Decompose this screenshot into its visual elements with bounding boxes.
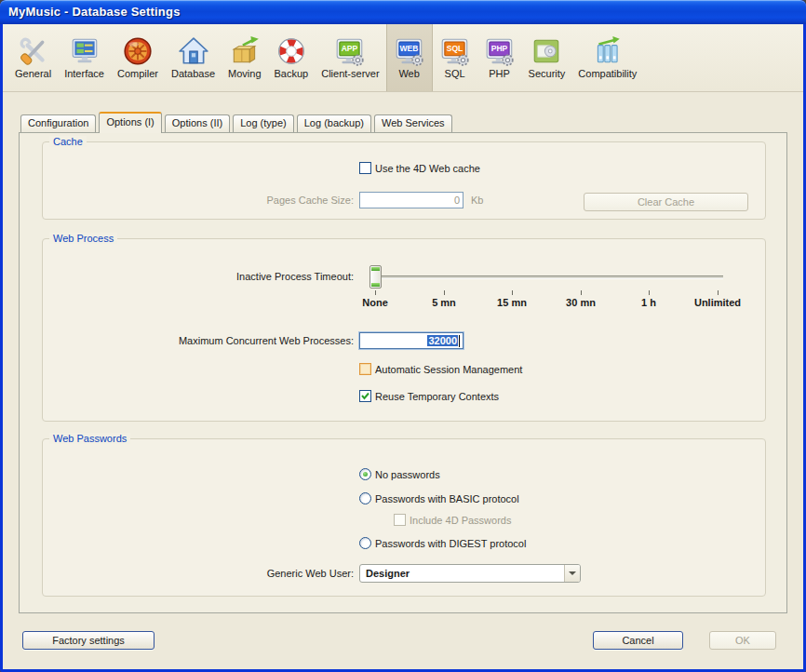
toolbar-item-label: Web xyxy=(398,68,419,79)
icon-screen-text: APP xyxy=(342,44,358,53)
toolbar-item-database[interactable]: Database xyxy=(165,24,222,91)
titlebar[interactable]: MyMusic - Database Settings xyxy=(0,0,806,24)
toolbar-item-label: Security xyxy=(529,68,566,79)
text-caret xyxy=(459,335,460,347)
use-web-cache-label: Use the 4D Web cache xyxy=(375,163,480,174)
include-4d-passwords-checkbox xyxy=(394,514,406,526)
toolbar-item-interface[interactable]: Interface xyxy=(58,24,111,91)
max-processes-value: 32000 xyxy=(427,335,458,346)
pages-cache-size-label: Pages Cache Size: xyxy=(169,195,354,206)
slider-label-5mn: 5 mn xyxy=(407,297,481,308)
cache-group: Cache Use the 4D Web cache Pages Cache S… xyxy=(42,141,766,220)
slider-tick xyxy=(718,290,719,295)
slider-label-unlimited: Unlimited xyxy=(680,297,755,308)
toolbar: General Interface xyxy=(3,24,803,92)
generic-web-user-dropdown[interactable]: Designer xyxy=(359,564,581,583)
timeout-slider-track[interactable] xyxy=(371,276,723,279)
slider-label-none: None xyxy=(338,297,412,308)
toolbar-item-label: PHP xyxy=(489,68,510,79)
dropdown-arrow-button[interactable] xyxy=(564,565,580,582)
tab-bar: Configuration Options (I) Options (II) L… xyxy=(20,112,455,132)
timeout-slider-thumb[interactable] xyxy=(369,265,382,289)
max-processes-label: Maximum Concurrent Web Processes: xyxy=(132,335,354,346)
tab-log-backup[interactable]: Log (backup) xyxy=(297,114,371,132)
toolbar-item-label: Backup xyxy=(275,68,309,79)
checkmark-icon xyxy=(360,391,370,401)
ok-button: OK xyxy=(709,631,776,650)
slider-tick xyxy=(375,290,376,295)
no-passwords-label: No passwords xyxy=(375,469,440,480)
max-processes-input[interactable]: 32000 xyxy=(359,332,463,349)
include-4d-passwords-label: Include 4D Passwords xyxy=(410,515,511,526)
interface-icon xyxy=(69,35,101,67)
basic-protocol-label: Passwords with BASIC protocol xyxy=(375,493,519,504)
web-passwords-group: Web Passwords No passwords Passwords wit… xyxy=(42,438,766,597)
toolbar-item-compatibility[interactable]: Compatibility xyxy=(571,24,643,91)
tab-log-type[interactable]: Log (type) xyxy=(233,114,294,132)
tools-icon xyxy=(18,35,49,67)
factory-settings-button[interactable]: Factory settings xyxy=(22,631,154,650)
pages-cache-size-unit: Kb xyxy=(471,195,483,206)
pages-cache-size-input: 0 xyxy=(359,192,463,208)
sql-icon: SQL xyxy=(439,35,471,67)
toolbar-item-general[interactable]: General xyxy=(8,24,58,91)
settings-panel: Cache Use the 4D Web cache Pages Cache S… xyxy=(19,132,787,613)
icon-screen-text: WEB xyxy=(399,44,418,53)
moving-box-icon xyxy=(229,35,261,67)
toolbar-item-php[interactable]: PHP PHP xyxy=(477,24,522,91)
toolbar-item-compiler[interactable]: Compiler xyxy=(111,24,165,91)
toolbar-item-label: Compatibility xyxy=(578,68,637,79)
slider-label-1h: 1 h xyxy=(611,297,686,308)
icon-screen-text: PHP xyxy=(490,44,507,53)
backup-lifebuoy-icon xyxy=(275,35,307,67)
cache-group-legend: Cache xyxy=(49,136,87,147)
toolbar-item-label: Compiler xyxy=(117,68,158,79)
toolbar-item-web[interactable]: WEB Web xyxy=(386,24,433,91)
toolbar-item-moving[interactable]: Moving xyxy=(222,24,267,91)
window-title: MyMusic - Database Settings xyxy=(0,0,806,19)
cancel-button[interactable]: Cancel xyxy=(593,631,683,650)
client-server-icon: APP xyxy=(334,35,366,67)
auto-session-checkbox[interactable] xyxy=(359,363,371,375)
digest-protocol-label: Passwords with DIGEST protocol xyxy=(375,538,526,549)
toolbar-item-label: Client-server xyxy=(321,68,379,79)
database-settings-window: MyMusic - Database Settings General Inte… xyxy=(0,0,806,672)
slider-label-30mn: 30 mn xyxy=(544,297,618,308)
generic-web-user-label: Generic Web User: xyxy=(225,568,354,579)
slider-tick xyxy=(581,290,582,295)
tab-options-2[interactable]: Options (II) xyxy=(165,114,230,132)
web-process-group-legend: Web Process xyxy=(49,233,117,244)
digest-protocol-radio[interactable] xyxy=(359,537,371,549)
use-web-cache-checkbox[interactable] xyxy=(359,162,371,174)
web-process-group: Web Process Inactive Process Timeout: No… xyxy=(42,238,766,422)
inactive-timeout-label: Inactive Process Timeout: xyxy=(141,271,354,282)
compatibility-icon xyxy=(592,35,624,67)
basic-protocol-radio[interactable] xyxy=(359,492,371,504)
php-icon: PHP xyxy=(484,35,516,67)
tab-options-1[interactable]: Options (I) xyxy=(99,112,161,133)
toolbar-item-client-server[interactable]: APP Client-server xyxy=(315,24,385,91)
slider-tick xyxy=(649,290,650,295)
chevron-down-icon xyxy=(569,571,576,575)
icon-screen-text: SQL xyxy=(446,44,462,53)
toolbar-item-sql[interactable]: SQL SQL xyxy=(433,24,477,91)
no-passwords-radio[interactable] xyxy=(359,468,371,480)
reuse-contexts-checkbox[interactable] xyxy=(359,390,371,402)
security-icon xyxy=(531,35,562,67)
clear-cache-button: Clear Cache xyxy=(584,193,748,211)
auto-session-label: Automatic Session Management xyxy=(375,364,522,375)
compiler-icon xyxy=(122,35,154,67)
toolbar-item-label: Interface xyxy=(64,68,104,79)
toolbar-item-label: Moving xyxy=(228,68,261,79)
pages-cache-size-value: 0 xyxy=(454,195,460,206)
slider-label-15mn: 15 mn xyxy=(475,297,549,308)
web-passwords-group-legend: Web Passwords xyxy=(49,433,130,444)
slider-tick xyxy=(512,290,513,295)
reuse-contexts-label: Reuse Temporary Contexts xyxy=(375,391,499,402)
tab-web-services[interactable]: Web Services xyxy=(374,114,452,132)
toolbar-item-security[interactable]: Security xyxy=(522,24,572,91)
tab-configuration[interactable]: Configuration xyxy=(20,114,96,132)
generic-web-user-value: Designer xyxy=(360,568,564,579)
web-icon: WEB xyxy=(394,35,425,67)
toolbar-item-backup[interactable]: Backup xyxy=(268,24,316,91)
